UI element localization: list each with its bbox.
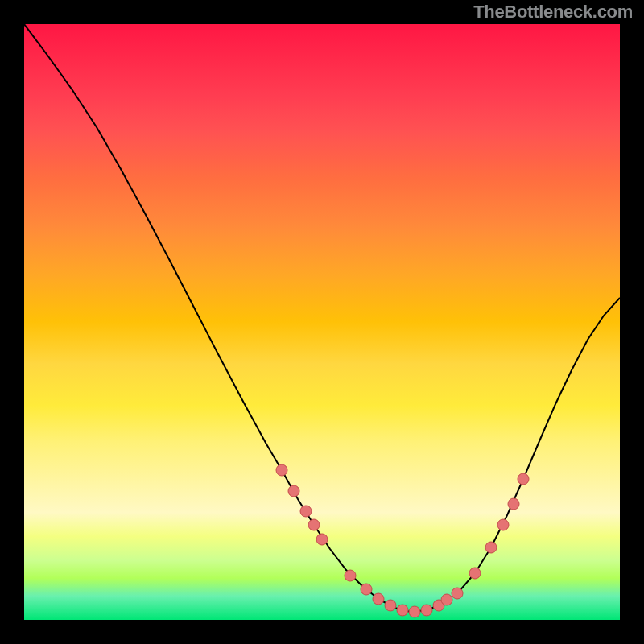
curve-marker (497, 519, 509, 530)
curve-marker (300, 506, 312, 517)
curve-marker (397, 605, 408, 616)
curve-marker (518, 473, 529, 485)
curve-marker (452, 588, 463, 599)
curve-marker (421, 605, 432, 616)
curve-marker (409, 606, 420, 617)
curve-marker (316, 534, 328, 545)
curve-marker (288, 485, 299, 497)
curve-marker (345, 570, 356, 581)
chart-svg (24, 24, 620, 620)
curve-marker (308, 519, 320, 530)
curve-markers (276, 464, 529, 617)
curve-line (24, 24, 620, 612)
curve-marker (276, 464, 287, 476)
curve-marker (508, 498, 519, 510)
plot-area (24, 24, 620, 620)
curve-marker (485, 542, 497, 553)
curve-marker (361, 584, 372, 595)
curve-marker (441, 594, 452, 605)
chart-frame: TheBottleneck.com (0, 0, 644, 644)
curve-marker (469, 568, 481, 579)
curve-marker (385, 600, 396, 611)
curve-marker (373, 593, 384, 605)
watermark-text: TheBottleneck.com (473, 2, 633, 23)
